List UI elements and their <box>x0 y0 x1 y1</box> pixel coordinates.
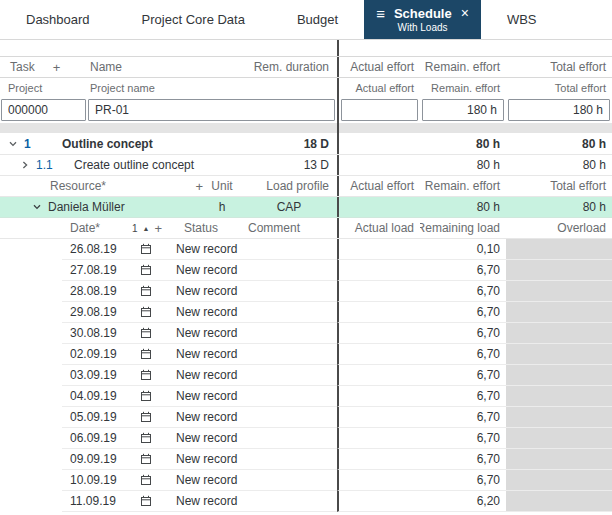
col-actual-effort-project: Actual effort <box>339 82 420 94</box>
overload-value <box>506 239 612 259</box>
remaining-load-value[interactable]: 6,70 <box>420 347 506 361</box>
load-row[interactable]: 09.09.19 New record <box>0 449 612 470</box>
resource-header-row: Resource* + Unit Load profile Actual eff… <box>0 176 612 197</box>
resource-name[interactable]: Daniela Müller <box>44 200 203 214</box>
overload-value <box>506 491 612 511</box>
expand-chevron-icon[interactable] <box>18 160 32 170</box>
col-remain-effort-resource: Remain. effort <box>420 179 506 193</box>
project-actual-effort-field[interactable] <box>341 99 418 121</box>
load-row[interactable]: 10.09.19 New record <box>0 470 612 491</box>
calendar-icon[interactable] <box>140 432 152 444</box>
project-row <box>0 97 612 123</box>
menu-icon[interactable]: ≡ <box>376 5 385 22</box>
date-value[interactable]: 10.09.19 <box>70 473 117 487</box>
date-value[interactable]: 11.09.19 <box>70 494 116 508</box>
remaining-load-value[interactable]: 6,70 <box>420 431 506 445</box>
project-name-field[interactable] <box>88 99 335 121</box>
calendar-icon[interactable] <box>140 411 152 423</box>
col-date: Date* <box>70 221 100 235</box>
date-value[interactable]: 30.08.19 <box>70 326 117 340</box>
tab-dashboard[interactable]: Dashboard <box>0 0 116 39</box>
remaining-load-value[interactable]: 6,70 <box>420 263 506 277</box>
date-value[interactable]: 27.08.19 <box>70 263 117 277</box>
date-value[interactable]: 26.08.19 <box>70 242 117 256</box>
date-value[interactable]: 09.09.19 <box>70 452 117 466</box>
separator-band <box>0 123 612 133</box>
project-total-effort-field[interactable] <box>508 99 610 121</box>
date-value[interactable]: 03.09.19 <box>70 368 117 382</box>
col-name: Name <box>88 60 241 74</box>
collapse-chevron-icon[interactable] <box>6 139 20 149</box>
task-name[interactable]: Create outline concept <box>70 158 241 172</box>
date-value[interactable]: 04.09.19 <box>70 389 117 403</box>
remaining-load-value[interactable]: 6,70 <box>420 326 506 340</box>
project-remain-effort-field[interactable] <box>422 99 504 121</box>
date-value[interactable]: 05.09.19 <box>70 410 117 424</box>
remaining-load-value[interactable]: 0,10 <box>420 242 506 256</box>
calendar-icon[interactable] <box>140 495 152 507</box>
sort-ascending-icon[interactable]: ▲ <box>142 225 149 232</box>
task-total-effort: 80 h <box>506 158 612 172</box>
overload-value <box>506 260 612 280</box>
load-row[interactable]: 27.08.19 New record <box>0 260 612 281</box>
calendar-icon[interactable] <box>140 243 152 255</box>
status-value: New record <box>168 410 240 424</box>
date-value[interactable]: 28.08.19 <box>70 284 117 298</box>
collapse-chevron-icon[interactable] <box>30 202 44 212</box>
tab-project-core-data[interactable]: Project Core Data <box>116 0 271 39</box>
load-row[interactable]: 02.09.19 New record <box>0 344 612 365</box>
load-row[interactable]: 06.09.19 New record <box>0 428 612 449</box>
remaining-load-value[interactable]: 6,70 <box>420 389 506 403</box>
tab-schedule[interactable]: ≡ Schedule × With Loads <box>364 0 481 39</box>
remaining-load-value[interactable]: 6,70 <box>420 473 506 487</box>
load-row[interactable]: 29.08.19 New record <box>0 302 612 323</box>
load-row[interactable]: 30.08.19 New record <box>0 323 612 344</box>
resource-unit: h <box>203 200 241 214</box>
tab-bar: Dashboard Project Core Data Budget ≡ Sch… <box>0 0 612 40</box>
task-name[interactable]: Outline concept <box>58 137 241 151</box>
remaining-load-value[interactable]: 6,70 <box>420 284 506 298</box>
project-id-field[interactable] <box>1 99 86 121</box>
date-value[interactable]: 02.09.19 <box>70 347 117 361</box>
close-tab-icon[interactable]: × <box>461 5 469 21</box>
remaining-load-value[interactable]: 6,70 <box>420 305 506 319</box>
calendar-icon[interactable] <box>140 348 152 360</box>
task-row-1[interactable]: 1 Outline concept 18 D 80 h 80 h <box>0 133 612 155</box>
resource-total-effort: 80 h <box>506 197 612 217</box>
remaining-load-value[interactable]: 6,70 <box>420 452 506 466</box>
remaining-load-value[interactable]: 6,70 <box>420 410 506 424</box>
remaining-load-value[interactable]: 6,70 <box>420 368 506 382</box>
add-task-button[interactable]: + <box>53 60 61 75</box>
load-row[interactable]: 05.09.19 New record <box>0 407 612 428</box>
load-row[interactable]: 26.08.19 New record <box>0 239 612 260</box>
add-resource-button[interactable]: + <box>195 179 203 194</box>
calendar-icon[interactable] <box>140 474 152 486</box>
date-value[interactable]: 06.09.19 <box>70 431 117 445</box>
add-date-row-button[interactable]: + <box>154 221 162 236</box>
load-row[interactable]: 11.09.19 New record <box>0 491 612 512</box>
date-value[interactable]: 29.08.19 <box>70 305 117 319</box>
col-project: Project <box>0 82 88 94</box>
calendar-icon[interactable] <box>140 264 152 276</box>
calendar-icon[interactable] <box>140 369 152 381</box>
indent-spacer <box>0 302 62 323</box>
overload-value <box>506 470 612 490</box>
calendar-icon[interactable] <box>140 285 152 297</box>
calendar-icon[interactable] <box>140 327 152 339</box>
status-value: New record <box>168 473 240 487</box>
load-row[interactable]: 04.09.19 New record <box>0 386 612 407</box>
sort-order-badge[interactable]: 1 <box>132 223 138 234</box>
calendar-icon[interactable] <box>140 390 152 402</box>
calendar-icon[interactable] <box>140 306 152 318</box>
resource-row-selected[interactable]: Daniela Müller h CAP 80 h 80 h <box>0 197 612 218</box>
task-rem-duration: 18 D <box>241 137 337 151</box>
task-row-1-1[interactable]: 1.1 Create outline concept 13 D 80 h 80 … <box>0 155 612 176</box>
remaining-load-value[interactable]: 6,20 <box>420 494 506 508</box>
tab-budget[interactable]: Budget <box>271 0 364 39</box>
calendar-icon[interactable] <box>140 453 152 465</box>
tab-wbs[interactable]: WBS <box>481 0 563 39</box>
resource-load-profile: CAP <box>241 200 337 214</box>
load-row[interactable]: 28.08.19 New record <box>0 281 612 302</box>
load-row[interactable]: 03.09.19 New record <box>0 365 612 386</box>
status-value: New record <box>168 242 240 256</box>
